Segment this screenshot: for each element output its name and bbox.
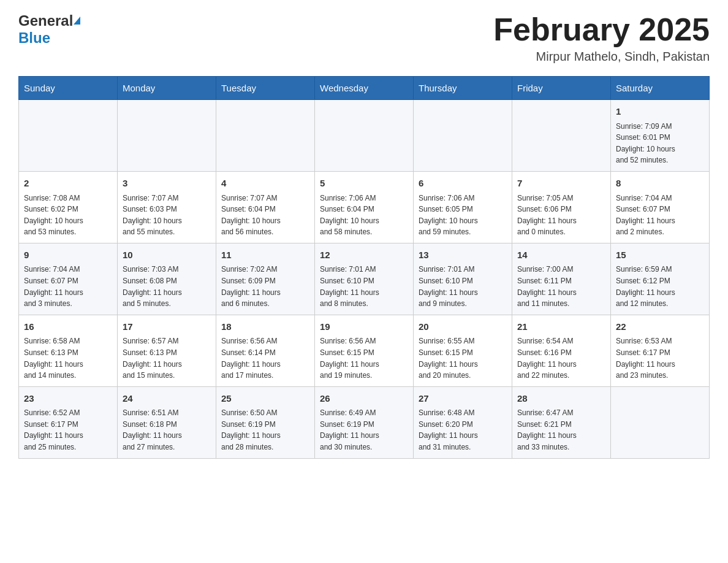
day-number: 20 [419, 320, 507, 334]
calendar-day-cell: 26Sunrise: 6:49 AM Sunset: 6:19 PM Dayli… [315, 386, 414, 458]
day-info: Sunrise: 7:03 AM Sunset: 6:08 PM Dayligh… [123, 264, 211, 309]
calendar-day-cell: 12Sunrise: 7:01 AM Sunset: 6:10 PM Dayli… [315, 243, 414, 315]
day-info: Sunrise: 6:50 AM Sunset: 6:19 PM Dayligh… [221, 407, 309, 453]
calendar-day-cell: 2Sunrise: 7:08 AM Sunset: 6:02 PM Daylig… [19, 172, 118, 243]
calendar-day-header: Tuesday [216, 77, 315, 100]
calendar-day-cell: 1Sunrise: 7:09 AM Sunset: 6:01 PM Daylig… [611, 100, 710, 172]
calendar-day-cell: 20Sunrise: 6:55 AM Sunset: 6:15 PM Dayli… [414, 315, 512, 386]
day-number: 2 [24, 177, 112, 191]
day-number: 8 [616, 177, 704, 191]
day-number: 7 [517, 177, 605, 191]
calendar-week-row: 23Sunrise: 6:52 AM Sunset: 6:17 PM Dayli… [19, 386, 710, 458]
calendar-day-cell [118, 100, 216, 172]
calendar-week-row: 16Sunrise: 6:58 AM Sunset: 6:13 PM Dayli… [19, 315, 710, 386]
location-title: Mirpur Mathelo, Sindh, Pakistan [493, 50, 710, 64]
calendar-day-cell: 6Sunrise: 7:06 AM Sunset: 6:05 PM Daylig… [414, 172, 512, 243]
calendar-day-cell [512, 100, 611, 172]
calendar-week-row: 1Sunrise: 7:09 AM Sunset: 6:01 PM Daylig… [19, 100, 710, 172]
page-header: General Blue February 2025 Mirpur Mathel… [18, 12, 710, 64]
calendar-day-header: Sunday [19, 77, 118, 100]
day-number: 15 [616, 248, 704, 262]
day-number: 25 [221, 392, 309, 406]
day-number: 22 [616, 320, 704, 334]
calendar-day-cell: 24Sunrise: 6:51 AM Sunset: 6:18 PM Dayli… [118, 386, 216, 458]
day-info: Sunrise: 6:51 AM Sunset: 6:18 PM Dayligh… [123, 407, 211, 453]
day-number: 4 [221, 177, 309, 191]
calendar-day-cell: 8Sunrise: 7:04 AM Sunset: 6:07 PM Daylig… [611, 172, 710, 243]
day-info: Sunrise: 6:47 AM Sunset: 6:21 PM Dayligh… [517, 407, 605, 453]
day-info: Sunrise: 7:04 AM Sunset: 6:07 PM Dayligh… [616, 193, 704, 238]
calendar-day-cell [315, 100, 414, 172]
calendar-day-header: Friday [512, 77, 611, 100]
day-info: Sunrise: 6:55 AM Sunset: 6:15 PM Dayligh… [419, 335, 507, 381]
calendar-day-cell: 4Sunrise: 7:07 AM Sunset: 6:04 PM Daylig… [216, 172, 315, 243]
calendar-day-cell: 13Sunrise: 7:01 AM Sunset: 6:10 PM Dayli… [414, 243, 512, 315]
day-info: Sunrise: 6:54 AM Sunset: 6:16 PM Dayligh… [517, 335, 605, 381]
day-info: Sunrise: 7:09 AM Sunset: 6:01 PM Dayligh… [616, 121, 704, 166]
calendar-header-row: SundayMondayTuesdayWednesdayThursdayFrid… [19, 77, 710, 100]
calendar-day-cell: 10Sunrise: 7:03 AM Sunset: 6:08 PM Dayli… [118, 243, 216, 315]
day-number: 19 [320, 320, 408, 334]
calendar-day-cell: 23Sunrise: 6:52 AM Sunset: 6:17 PM Dayli… [19, 386, 118, 458]
day-info: Sunrise: 6:57 AM Sunset: 6:13 PM Dayligh… [123, 335, 211, 381]
day-number: 9 [24, 248, 112, 262]
day-info: Sunrise: 7:07 AM Sunset: 6:04 PM Dayligh… [221, 193, 309, 238]
calendar-day-cell: 16Sunrise: 6:58 AM Sunset: 6:13 PM Dayli… [19, 315, 118, 386]
day-number: 21 [517, 320, 605, 334]
calendar-day-cell: 7Sunrise: 7:05 AM Sunset: 6:06 PM Daylig… [512, 172, 611, 243]
calendar-day-cell [611, 386, 710, 458]
title-section: February 2025 Mirpur Mathelo, Sindh, Pak… [493, 12, 710, 64]
calendar-day-cell: 27Sunrise: 6:48 AM Sunset: 6:20 PM Dayli… [414, 386, 512, 458]
day-info: Sunrise: 6:56 AM Sunset: 6:15 PM Dayligh… [320, 335, 408, 381]
day-number: 11 [221, 248, 309, 262]
day-number: 17 [123, 320, 211, 334]
day-number: 24 [123, 392, 211, 406]
day-info: Sunrise: 6:56 AM Sunset: 6:14 PM Dayligh… [221, 335, 309, 381]
logo-arrow-icon [74, 17, 80, 25]
day-info: Sunrise: 7:00 AM Sunset: 6:11 PM Dayligh… [517, 264, 605, 309]
day-info: Sunrise: 6:53 AM Sunset: 6:17 PM Dayligh… [616, 335, 704, 381]
day-number: 6 [419, 177, 507, 191]
day-number: 18 [221, 320, 309, 334]
logo: General Blue [18, 12, 80, 47]
calendar-day-header: Wednesday [315, 77, 414, 100]
day-info: Sunrise: 7:08 AM Sunset: 6:02 PM Dayligh… [24, 193, 112, 238]
day-number: 14 [517, 248, 605, 262]
day-number: 10 [123, 248, 211, 262]
calendar-table: SundayMondayTuesdayWednesdayThursdayFrid… [18, 76, 710, 458]
day-info: Sunrise: 7:01 AM Sunset: 6:10 PM Dayligh… [419, 264, 507, 309]
day-number: 5 [320, 177, 408, 191]
calendar-day-cell [216, 100, 315, 172]
calendar-day-cell [19, 100, 118, 172]
calendar-day-header: Monday [118, 77, 216, 100]
calendar-day-cell: 11Sunrise: 7:02 AM Sunset: 6:09 PM Dayli… [216, 243, 315, 315]
day-number: 1 [616, 105, 704, 119]
day-info: Sunrise: 7:06 AM Sunset: 6:04 PM Dayligh… [320, 193, 408, 238]
day-info: Sunrise: 7:05 AM Sunset: 6:06 PM Dayligh… [517, 193, 605, 238]
day-number: 26 [320, 392, 408, 406]
day-info: Sunrise: 7:02 AM Sunset: 6:09 PM Dayligh… [221, 264, 309, 309]
day-info: Sunrise: 6:49 AM Sunset: 6:19 PM Dayligh… [320, 407, 408, 453]
day-number: 3 [123, 177, 211, 191]
calendar-week-row: 2Sunrise: 7:08 AM Sunset: 6:02 PM Daylig… [19, 172, 710, 243]
calendar-day-cell: 14Sunrise: 7:00 AM Sunset: 6:11 PM Dayli… [512, 243, 611, 315]
day-info: Sunrise: 7:07 AM Sunset: 6:03 PM Dayligh… [123, 193, 211, 238]
calendar-day-cell [414, 100, 512, 172]
day-number: 16 [24, 320, 112, 334]
month-title: February 2025 [493, 12, 710, 47]
logo-general-text: General [18, 12, 73, 29]
day-number: 13 [419, 248, 507, 262]
day-info: Sunrise: 6:48 AM Sunset: 6:20 PM Dayligh… [419, 407, 507, 453]
calendar-day-cell: 21Sunrise: 6:54 AM Sunset: 6:16 PM Dayli… [512, 315, 611, 386]
calendar-day-cell: 15Sunrise: 6:59 AM Sunset: 6:12 PM Dayli… [611, 243, 710, 315]
day-number: 12 [320, 248, 408, 262]
day-info: Sunrise: 6:58 AM Sunset: 6:13 PM Dayligh… [24, 335, 112, 381]
calendar-day-cell: 3Sunrise: 7:07 AM Sunset: 6:03 PM Daylig… [118, 172, 216, 243]
calendar-week-row: 9Sunrise: 7:04 AM Sunset: 6:07 PM Daylig… [19, 243, 710, 315]
calendar-day-cell: 28Sunrise: 6:47 AM Sunset: 6:21 PM Dayli… [512, 386, 611, 458]
calendar-day-header: Thursday [414, 77, 512, 100]
day-number: 27 [419, 392, 507, 406]
calendar-day-header: Saturday [611, 77, 710, 100]
calendar-day-cell: 17Sunrise: 6:57 AM Sunset: 6:13 PM Dayli… [118, 315, 216, 386]
day-info: Sunrise: 6:52 AM Sunset: 6:17 PM Dayligh… [24, 407, 112, 453]
